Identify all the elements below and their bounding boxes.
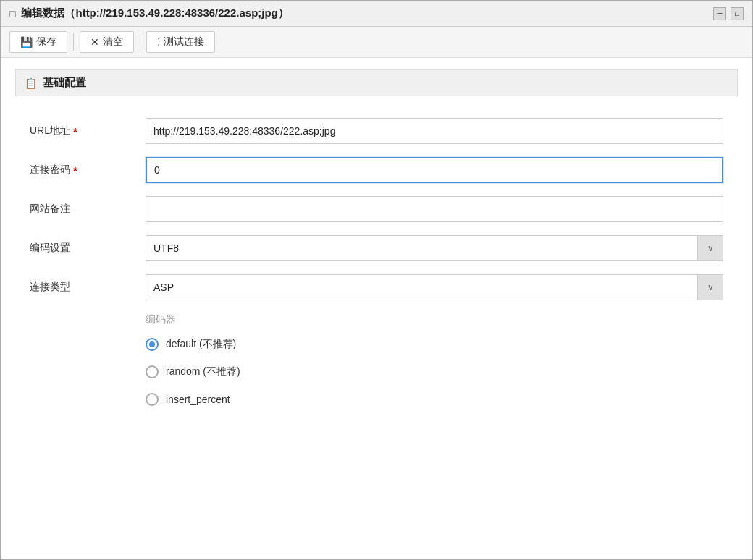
connection-type-select[interactable]: ASP PHP ASPX JSP xyxy=(146,274,723,300)
section-header-icon: 📋 xyxy=(25,77,37,89)
toolbar-separator-1 xyxy=(73,33,74,51)
clear-button[interactable]: ✕ 清空 xyxy=(80,31,134,53)
title-bar: □ 编辑数据（http://219.153.49.228:48336/222.a… xyxy=(1,1,752,27)
encoding-row: 编码设置 UTF8 GBK GB2312 BIG5 ∨ xyxy=(30,235,723,261)
window-title: 编辑数据（http://219.153.49.228:48336/222.asp… xyxy=(21,7,288,20)
section-header-title: 基础配置 xyxy=(43,76,86,90)
encoder-default-label: default (不推荐) xyxy=(166,338,236,351)
remark-input[interactable] xyxy=(146,196,723,222)
test-connection-button[interactable]: ⁚ 测试连接 xyxy=(146,31,215,53)
encoder-random-row: random (不推荐) xyxy=(30,365,723,378)
connection-type-row: 连接类型 ASP PHP ASPX JSP ∨ xyxy=(30,274,723,300)
save-button[interactable]: 💾 保存 xyxy=(9,31,67,53)
save-label: 保存 xyxy=(36,35,56,48)
section-header: 📋 基础配置 xyxy=(15,69,738,96)
clear-icon: ✕ xyxy=(91,36,99,48)
password-required-star: * xyxy=(73,164,77,177)
test-connection-label: 测试连接 xyxy=(164,35,204,48)
password-label: 连接密码 * xyxy=(30,164,146,177)
main-window: □ 编辑数据（http://219.153.49.228:48336/222.a… xyxy=(0,0,753,560)
connection-type-select-wrapper: ASP PHP ASPX JSP ∨ xyxy=(146,274,723,300)
encoder-insert-percent-row: insert_percent xyxy=(30,393,723,406)
remark-row: 网站备注 xyxy=(30,196,723,222)
encoding-select-wrapper: UTF8 GBK GB2312 BIG5 ∨ xyxy=(146,235,723,261)
connection-type-label: 连接类型 xyxy=(30,281,146,294)
title-bar-controls: ─ □ xyxy=(713,7,744,20)
maximize-button[interactable]: □ xyxy=(731,7,744,20)
password-row: 连接密码 * xyxy=(30,157,723,183)
encoder-default-row: default (不推荐) xyxy=(30,338,723,351)
title-bar-left: □ 编辑数据（http://219.153.49.228:48336/222.a… xyxy=(9,7,289,20)
password-input[interactable] xyxy=(146,157,723,183)
form-area: URL地址 * 连接密码 * 网站备注 xyxy=(15,111,738,428)
encoder-insert-percent-radio[interactable] xyxy=(146,393,159,406)
url-label: URL地址 * xyxy=(30,124,146,137)
url-required-star: * xyxy=(73,125,77,137)
encoding-label: 编码设置 xyxy=(30,242,146,255)
content-area: 📋 基础配置 URL地址 * 连接密码 * xyxy=(1,58,752,439)
encoder-insert-percent-label: insert_percent xyxy=(166,394,230,405)
encoding-select[interactable]: UTF8 GBK GB2312 BIG5 xyxy=(146,235,723,261)
window-icon: □ xyxy=(9,8,15,20)
url-input[interactable] xyxy=(146,118,723,144)
encoder-random-label: random (不推荐) xyxy=(166,365,240,378)
minimize-button[interactable]: ─ xyxy=(713,7,726,20)
save-icon: 💾 xyxy=(20,36,33,48)
test-icon: ⁚ xyxy=(157,36,160,48)
toolbar-separator-2 xyxy=(140,33,140,51)
encoder-default-radio[interactable] xyxy=(146,338,159,351)
encoder-section: 编码器 default (不推荐) random (不推荐) insert_pe… xyxy=(30,313,723,406)
url-row: URL地址 * xyxy=(30,118,723,144)
encoder-section-label: 编码器 xyxy=(30,313,723,326)
toolbar: 💾 保存 ✕ 清空 ⁚ 测试连接 xyxy=(1,27,752,58)
clear-label: 清空 xyxy=(103,35,123,48)
remark-label: 网站备注 xyxy=(30,203,146,216)
encoder-random-radio[interactable] xyxy=(146,365,159,378)
